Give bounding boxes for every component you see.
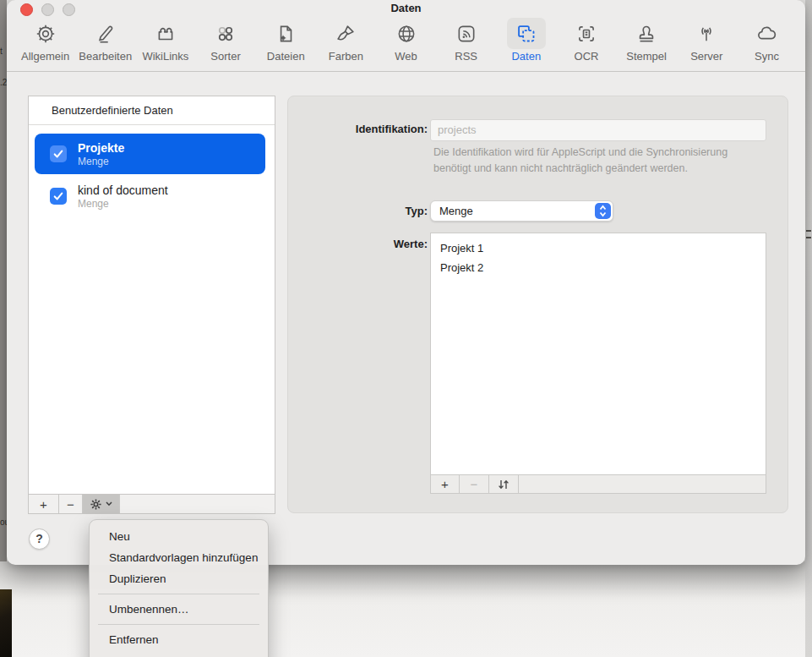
toolbar-item-daten[interactable]: Daten [496, 17, 556, 71]
toolbar-item-label: WikiLinks [142, 50, 188, 63]
add-value-button[interactable]: + [431, 475, 460, 493]
stamp-icon [627, 18, 666, 49]
document-gear-icon [266, 18, 305, 49]
data-detail-form: Identifikation: projects Die Identifikat… [287, 96, 788, 513]
toolbar-item-stempel[interactable]: Stempel [617, 17, 677, 71]
add-button[interactable]: + [29, 495, 59, 513]
toolbar-item-server[interactable]: Server [677, 17, 737, 71]
menu-separator [98, 624, 259, 625]
toolbar-item-label: Allgemein [21, 50, 69, 63]
remove-value-button[interactable]: − [460, 475, 489, 493]
custom-data-panel: Benutzerdefinierte Daten ProjekteMengeki… [28, 96, 275, 514]
menu-separator [98, 594, 259, 594]
menu-item-entfernen[interactable]: Entfernen [90, 629, 268, 650]
sort-values-button[interactable] [489, 475, 519, 493]
pencil-icon [86, 18, 125, 49]
type-popup-button[interactable]: Menge [430, 200, 613, 222]
custom-data-type: Menge [78, 198, 168, 210]
toolbar-item-label: Stempel [626, 50, 667, 63]
edge-mark [806, 230, 811, 232]
gear-menu-button[interactable] [83, 495, 120, 513]
toolbar-item-label: Bearbeiten [79, 50, 132, 63]
type-popup-value: Menge [439, 205, 473, 217]
gear-context-menu: NeuStandardvorlagen hinzufügenDupliziere… [89, 519, 269, 657]
identification-field[interactable]: projects [430, 119, 766, 141]
background-text-fragment: t [0, 47, 3, 56]
value-row[interactable]: Projekt 2 [431, 258, 766, 277]
window-title: Daten [7, 0, 805, 17]
values-action-bar: + − [431, 474, 766, 493]
action-bar-filler [120, 495, 275, 513]
cloud-icon [747, 18, 786, 49]
preferences-toolbar: AllgemeinBearbeitenWikiLinksSorterDateie… [7, 17, 805, 72]
brush-icon [326, 18, 365, 49]
background-text-fragment: ou [0, 517, 7, 527]
toolbar-item-rss[interactable]: RSS [436, 17, 496, 71]
sidebar-item-projekte[interactable]: ProjekteMenge [35, 134, 265, 174]
chevron-down-icon [106, 501, 112, 506]
type-label: Typ: [288, 205, 428, 217]
toolbar-item-allgemein[interactable]: Allgemein [15, 17, 75, 71]
custom-data-name: kind of document [78, 183, 168, 198]
checkbox[interactable] [50, 188, 67, 205]
toolbar-item-web[interactable]: Web [376, 17, 436, 71]
toolbar-item-dateien[interactable]: Dateien [256, 17, 316, 71]
gear-icon [90, 498, 102, 511]
toolbar-item-label: Daten [511, 50, 541, 63]
values-box: Projekt 1Projekt 2 + − [430, 233, 766, 494]
toolbar-item-label: RSS [455, 50, 477, 63]
popup-stepper-icon [595, 203, 611, 219]
toolbar-item-label: Web [395, 50, 417, 63]
toolbar-item-wikilinks[interactable]: WikiLinks [135, 17, 195, 71]
menu-item-standardvorlagen-hinzuf-gen[interactable]: Standardvorlagen hinzufügen [90, 547, 268, 568]
values-label: Werte: [288, 238, 428, 250]
values-list[interactable]: Projekt 1Projekt 2 [431, 233, 766, 474]
sort-arrows-icon [497, 479, 510, 490]
toolbar-item-label: Sync [755, 50, 779, 63]
toolbar-item-label: Sorter [210, 50, 240, 63]
custom-data-type: Menge [78, 156, 124, 167]
values-bar-filler [519, 475, 766, 493]
toolbar-item-sorter[interactable]: Sorter [195, 17, 255, 71]
background-edge-strip [805, 0, 812, 657]
custom-data-name: Projekte [78, 141, 124, 156]
screen: t .2 ou Daten AllgemeinBearbeitenWikiLin… [0, 0, 812, 657]
ocr-icon [567, 18, 606, 49]
puzzle-icon [146, 18, 185, 49]
titlebar[interactable]: Daten [7, 0, 805, 19]
globe-icon [387, 18, 426, 49]
desktop-wallpaper [0, 589, 12, 657]
selection-icon [507, 18, 546, 49]
checkbox[interactable] [50, 145, 67, 162]
toolbar-item-label: OCR [575, 50, 599, 63]
help-button[interactable]: ? [29, 528, 50, 550]
list-action-bar: + − [29, 494, 275, 513]
toolbar-item-label: Farben [329, 50, 363, 63]
circles-icon [206, 18, 245, 49]
toolbar-item-sync[interactable]: Sync [737, 17, 797, 71]
preferences-window: Daten AllgemeinBearbeitenWikiLinksSorter… [7, 0, 805, 565]
toolbar-item-bearbeiten[interactable]: Bearbeiten [75, 17, 135, 71]
menu-item-neu[interactable]: Neu [90, 526, 268, 547]
toolbar-item-label: Dateien [267, 50, 305, 63]
gear-icon [26, 18, 65, 49]
menu-item-duplizieren[interactable]: Duplizieren [90, 568, 268, 589]
rss-icon [447, 18, 486, 49]
background-text-fragment: .2 [0, 78, 7, 87]
identification-helper-text: Die Identifikation wird für AppleScript … [433, 145, 748, 176]
identification-label: Identifikation: [288, 123, 428, 135]
antenna-icon [687, 18, 726, 49]
toolbar-item-farben[interactable]: Farben [316, 17, 376, 71]
toolbar-item-label: Server [690, 50, 722, 63]
toolbar-item-ocr[interactable]: OCR [556, 17, 616, 71]
sidebar-item-kind-of-document[interactable]: kind of documentMenge [35, 176, 265, 216]
custom-data-list: ProjekteMengekind of documentMenge [29, 125, 275, 216]
panel-header: Benutzerdefinierte Daten [29, 96, 275, 125]
remove-button[interactable]: − [59, 495, 83, 513]
menu-item-umbenennen-[interactable]: Umbenennen… [90, 599, 268, 620]
edge-mark [806, 237, 811, 238]
background-window-strip: t .2 ou [0, 0, 7, 592]
value-row[interactable]: Projekt 1 [431, 238, 766, 258]
